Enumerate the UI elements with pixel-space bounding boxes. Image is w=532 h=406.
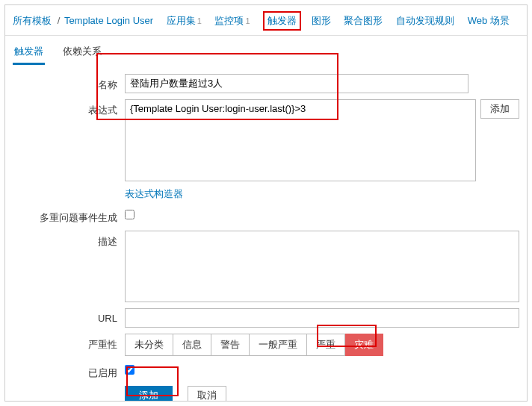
nav-web[interactable]: Web 场景 <box>468 15 510 26</box>
expression-textarea[interactable]: {Template Login User:login-user.last()}>… <box>125 99 476 181</box>
enabled-checkbox[interactable] <box>125 365 134 375</box>
severity-high[interactable]: 严重 <box>307 334 345 356</box>
nav-trigger-highlight: 触发器 <box>263 11 301 31</box>
severity-disaster[interactable]: 灾难 <box>345 334 383 356</box>
nav-graph[interactable]: 图形 <box>312 15 331 26</box>
submit-button[interactable]: 添加 <box>125 386 173 402</box>
name-input[interactable] <box>125 74 468 93</box>
nav-agg-graph[interactable]: 聚合图形 <box>344 15 383 26</box>
tab-trigger[interactable]: 触发器 <box>13 40 45 65</box>
severity-group: 未分类 信息 警告 一般严重 严重 灾难 <box>125 334 383 356</box>
nav-monitor[interactable]: 监控项1 <box>214 15 250 26</box>
description-label: 描述 <box>13 231 125 249</box>
breadcrumb-template[interactable]: Template Login User <box>64 15 153 26</box>
breadcrumb-sep: / <box>58 15 61 26</box>
nav-app-set[interactable]: 应用集1 <box>167 15 202 26</box>
tab-dependency[interactable]: 依赖关系 <box>61 40 103 63</box>
severity-info[interactable]: 信息 <box>173 334 211 356</box>
sub-tabs: 触发器 依赖关系 <box>5 36 527 65</box>
severity-average[interactable]: 一般严重 <box>250 334 307 356</box>
multi-problem-checkbox[interactable] <box>125 210 134 219</box>
breadcrumb-all-templates[interactable]: 所有模板 <box>13 15 52 26</box>
trigger-form: 名称 表达式 {Template Login User:login-user.l… <box>5 65 527 402</box>
url-input[interactable] <box>125 308 519 328</box>
nav-discovery[interactable]: 自动发现规则 <box>396 15 454 26</box>
multi-problem-label: 多重问题事件生成 <box>13 207 125 225</box>
top-nav: 所有模板 / Template Login User 应用集1 监控项1 触发器… <box>5 5 527 36</box>
severity-label: 严重性 <box>13 334 125 352</box>
expression-builder-link[interactable]: 表达式构造器 <box>125 187 183 201</box>
name-label: 名称 <box>13 74 125 92</box>
expression-add-button[interactable]: 添加 <box>480 99 519 119</box>
cancel-button[interactable]: 取消 <box>188 386 226 402</box>
enabled-label: 已启用 <box>13 362 125 380</box>
url-label: URL <box>13 308 125 324</box>
description-textarea[interactable] <box>125 231 519 302</box>
nav-trigger[interactable]: 触发器 <box>267 15 297 26</box>
severity-warning[interactable]: 警告 <box>211 334 250 356</box>
severity-unclassified[interactable]: 未分类 <box>125 334 173 356</box>
expression-label: 表达式 <box>13 99 125 117</box>
window-frame: 所有模板 / Template Login User 应用集1 监控项1 触发器… <box>4 4 528 402</box>
